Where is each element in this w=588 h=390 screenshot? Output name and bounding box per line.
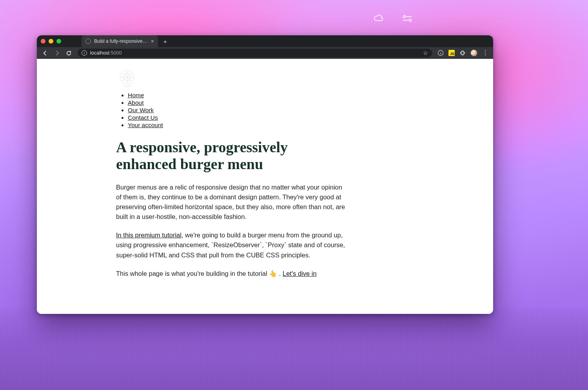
page-heading: A responsive, progressively enhanced bur…	[116, 139, 351, 172]
page-content: Home About Our Work Contact Us Your acco…	[37, 59, 493, 303]
nav-link-contact[interactable]: Contact Us	[128, 114, 158, 121]
tab-favicon	[85, 38, 91, 44]
url-text: localhost:5000	[90, 50, 122, 56]
site-info-icon[interactable]: i	[82, 50, 87, 56]
back-button[interactable]	[40, 48, 50, 58]
reload-button[interactable]	[64, 48, 74, 58]
article-body: Burger menus are a relic of responsive d…	[116, 182, 414, 279]
new-tab-button[interactable]: +	[158, 38, 172, 45]
nav-link-home[interactable]: Home	[128, 92, 144, 98]
site-logo	[116, 67, 138, 89]
info-extension-icon[interactable]	[437, 50, 444, 56]
window-controls	[41, 39, 61, 44]
svg-point-0	[403, 16, 406, 18]
paragraph-2: In this premium tutorial, we're going to…	[116, 230, 347, 260]
tab-active[interactable]: Build a fully-responsive, progre ×	[82, 35, 158, 47]
dive-in-link[interactable]: Let's dive in	[283, 270, 317, 277]
nav-item: Your account	[128, 122, 414, 129]
close-icon[interactable]: ×	[151, 38, 154, 44]
primary-nav: Home About Our Work Contact Us Your acco…	[116, 92, 414, 129]
paragraph-3: This whole page is what you're building …	[116, 269, 347, 279]
nav-link-work[interactable]: Our Work	[128, 107, 154, 113]
paragraph-3-middle: .	[277, 270, 283, 277]
bookmark-icon[interactable]: ☆	[423, 50, 428, 56]
paragraph-1: Burger menus are a relic of responsive d…	[116, 182, 347, 222]
extensions-icon[interactable]	[459, 50, 466, 56]
window-maximize-button[interactable]	[56, 39, 61, 44]
address-bar[interactable]: i localhost:5000 ☆	[78, 49, 432, 57]
cloud-icon	[373, 13, 385, 25]
page-viewport: Home About Our Work Contact Us Your acco…	[37, 59, 493, 314]
nav-item: Our Work	[128, 107, 414, 114]
url-port: :5000	[109, 50, 122, 56]
url-host: localhost	[90, 50, 109, 56]
browser-window: Build a fully-responsive, progre × + i l…	[37, 35, 493, 314]
pointing-up-icon: 👆	[269, 270, 277, 277]
menubar-right-icons	[373, 13, 413, 25]
svg-point-2	[409, 19, 412, 22]
tab-title: Build a fully-responsive, progre	[94, 38, 148, 44]
nav-link-about[interactable]: About	[128, 99, 144, 106]
toolbar-right: JS ⋮	[437, 49, 488, 56]
browser-toolbar: i localhost:5000 ☆ JS ⋮	[37, 47, 493, 59]
nav-link-account[interactable]: Your account	[128, 122, 163, 128]
premium-tutorial-link[interactable]: In this premium tutorial	[116, 231, 181, 239]
tab-strip: Build a fully-responsive, progre × +	[37, 35, 493, 47]
forward-button[interactable]	[52, 48, 62, 58]
profile-avatar[interactable]	[470, 49, 477, 56]
js-extension-icon[interactable]: JS	[448, 50, 455, 56]
window-minimize-button[interactable]	[49, 39, 53, 44]
nav-item: About	[128, 99, 414, 106]
nav-item: Contact Us	[128, 114, 414, 121]
window-close-button[interactable]	[41, 39, 45, 44]
control-center-icon	[401, 13, 413, 25]
paragraph-3-before: This whole page is what you're building …	[116, 270, 269, 277]
nav-item: Home	[128, 92, 414, 99]
